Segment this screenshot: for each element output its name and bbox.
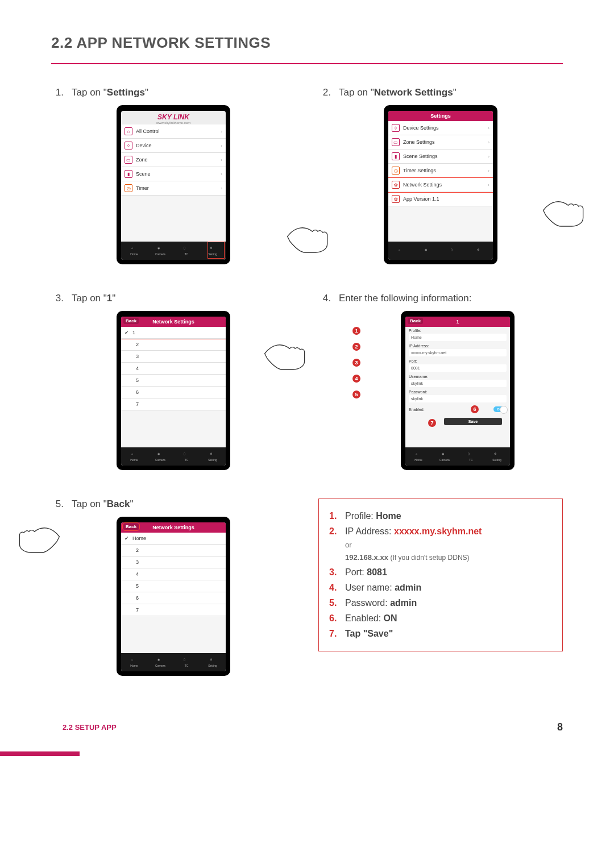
tab-setting[interactable]: ⚙Setting — [484, 447, 510, 466]
step-1-label: 1. Tap on "Settings" — [51, 87, 296, 98]
divider — [51, 63, 563, 64]
step-text: Tap on "Settings" — [72, 87, 148, 98]
info-box-wrap: 1.Profile: Home 2.IP Address: xxxxx.my.s… — [318, 499, 563, 676]
port-label: Port: — [405, 358, 510, 363]
profile-row-7[interactable]: 7 — [121, 604, 226, 616]
row-network-settings[interactable]: ✿Network Settings› — [388, 178, 493, 192]
step-num: 3. — [51, 293, 64, 304]
password-label: Password: — [405, 388, 510, 394]
tab-tc[interactable]: ▯TC — [458, 447, 484, 466]
step-text: Tap on "Back" — [72, 499, 134, 510]
menu-all-control[interactable]: ⌂All Control› — [121, 124, 226, 139]
tab-home[interactable]: ⌂Home — [121, 242, 147, 260]
step-num: 2. — [318, 87, 331, 98]
profile-row-2[interactable]: 2 — [121, 339, 226, 351]
profile-row-home[interactable]: ✓Home — [121, 533, 226, 545]
highlight-settings-tab — [208, 242, 225, 259]
callout-6: 6 — [471, 405, 479, 413]
tab-home[interactable]: ⌂ — [388, 242, 414, 260]
tab-setting[interactable]: ⚙ — [467, 242, 493, 260]
row-device-settings[interactable]: ◊Device Settings› — [388, 121, 493, 135]
step-num: 4. — [318, 293, 331, 304]
section-heading: 2.2 APP NETWORK SETTINGS — [51, 34, 563, 52]
username-input[interactable]: skylink — [409, 380, 507, 387]
row-zone-settings[interactable]: ▭Zone Settings› — [388, 135, 493, 149]
tab-camera[interactable]: ◉ — [414, 242, 441, 260]
tab-home[interactable]: ⌂Home — [121, 447, 147, 466]
hand-pointer-icon — [540, 190, 591, 232]
menu-zone[interactable]: ▭Zone› — [121, 153, 226, 167]
tab-home[interactable]: ⌂Home — [405, 447, 432, 466]
footer-accent — [0, 751, 80, 756]
callout-7: 7 — [428, 419, 436, 427]
profile-row-6[interactable]: 6 — [121, 387, 226, 398]
profile-row-4[interactable]: 4 — [121, 363, 226, 375]
profile-row-7[interactable]: 7 — [121, 398, 226, 410]
callout-3: 3 — [352, 359, 360, 367]
info-num: 4. — [329, 580, 339, 595]
profile-row-6[interactable]: 6 — [121, 592, 226, 604]
step-text: Tap on "1" — [72, 293, 115, 304]
profile-row-5[interactable]: 5 — [121, 580, 226, 592]
screen-title: BackNetwork Settings — [121, 522, 226, 533]
ip-input[interactable]: xxxxx.my.skyhm.net — [409, 349, 507, 356]
step-1: 1. Tap on "Settings" SKY LINK www.skylin… — [51, 87, 296, 264]
content-grid: 1. Tap on "Settings" SKY LINK www.skylin… — [51, 87, 563, 676]
step-text: Tap on "Network Settings" — [339, 87, 457, 98]
tab-tc[interactable]: ▯TC — [173, 653, 200, 671]
tab-tc[interactable]: ▯TC — [173, 447, 200, 466]
step-2-label: 2. Tap on "Network Settings" — [318, 87, 563, 98]
tab-home[interactable]: ⌂Home — [121, 653, 147, 671]
phone-mock-4: Back1 Profile: Home IP Address: xxxxx.my… — [401, 311, 515, 470]
profile-row-3[interactable]: 3 — [121, 351, 226, 363]
back-button[interactable]: Back — [123, 524, 139, 530]
info-num: 6. — [329, 610, 339, 626]
hand-pointer-icon — [11, 517, 63, 559]
menu-timer[interactable]: ◷Timer› — [121, 181, 226, 196]
phone-mock-5: BackNetwork Settings ✓Home 2 3 4 5 6 7 ⌂… — [117, 517, 230, 676]
step-4-label: 4. Enter the following information: — [318, 293, 563, 304]
app-logo: SKY LINK www.skylinkhome.com — [121, 111, 226, 124]
profile-label: Profile: — [405, 327, 510, 333]
back-button[interactable]: Back — [408, 318, 423, 324]
enabled-toggle[interactable]: ON — [493, 406, 507, 412]
profile-row-3[interactable]: 3 — [121, 556, 226, 568]
phone-mock-2: Settings ◊Device Settings› ▭Zone Setting… — [384, 105, 497, 264]
profile-row-5[interactable]: 5 — [121, 375, 226, 387]
row-timer-settings[interactable]: ◷Timer Settings› — [388, 164, 493, 178]
tab-setting[interactable]: ⚙Setting — [200, 653, 226, 671]
hand-pointer-icon — [262, 334, 313, 376]
menu-scene[interactable]: ▮Scene› — [121, 167, 226, 181]
tab-tc[interactable]: ▯ — [441, 242, 467, 260]
tab-camera[interactable]: ◉Camera — [147, 653, 173, 671]
profile-input[interactable]: Home — [409, 334, 507, 341]
screen-title: Settings — [388, 111, 493, 121]
step-3: 3. Tap on "1" BackNetwork Settings ✓1 2 … — [51, 293, 296, 470]
step-3-label: 3. Tap on "1" — [51, 293, 296, 304]
save-button[interactable]: Save — [444, 418, 502, 425]
callout-5: 5 — [352, 391, 360, 398]
profile-row-1[interactable]: ✓1 — [121, 327, 226, 339]
step-5: 5. Tap on "Back" BackNetwork Settings ✓H… — [51, 499, 296, 676]
profile-row-2[interactable]: 2 — [121, 545, 226, 556]
profile-row-4[interactable]: 4 — [121, 568, 226, 580]
tab-camera[interactable]: ◉Camera — [147, 447, 173, 466]
enabled-row: Enabled: 6 ON — [405, 404, 510, 413]
tab-camera[interactable]: ◉Camera — [432, 447, 458, 466]
back-button[interactable]: Back — [123, 318, 139, 324]
tab-setting[interactable]: ⚙Setting — [200, 447, 226, 466]
password-input[interactable]: skylink — [409, 395, 507, 402]
port-input[interactable]: 8081 — [409, 364, 507, 372]
page-footer: 2.2 SETUP APP 8 — [51, 721, 563, 733]
username-label: Username: — [405, 373, 510, 379]
callout-4: 4 — [352, 375, 360, 383]
info-box: 1.Profile: Home 2.IP Address: xxxxx.my.s… — [318, 499, 563, 651]
tab-tc[interactable]: ▯TC — [173, 242, 200, 260]
info-num: 5. — [329, 595, 339, 610]
menu-device[interactable]: ◊Device› — [121, 139, 226, 153]
row-scene-settings[interactable]: ▮Scene Settings› — [388, 149, 493, 164]
info-num: 3. — [329, 564, 339, 580]
phone-mock-3: BackNetwork Settings ✓1 2 3 4 5 6 7 ⌂Hom… — [117, 311, 230, 470]
tab-camera[interactable]: ◉Camera — [147, 242, 173, 260]
info-num: 1. — [329, 508, 339, 524]
